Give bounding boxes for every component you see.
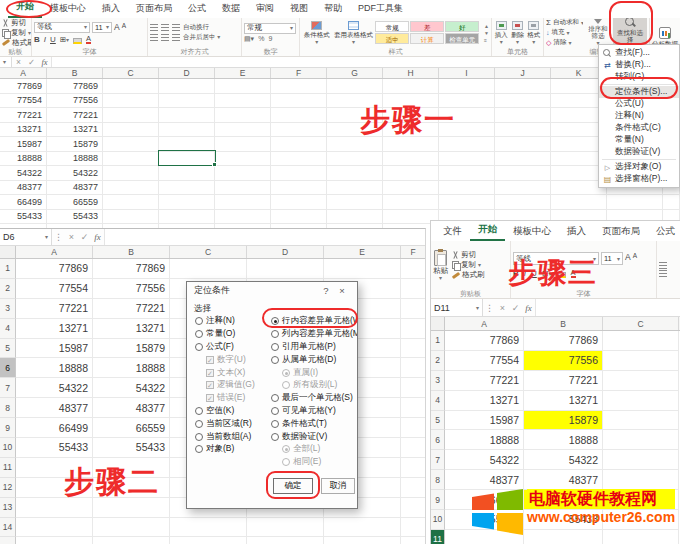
cell[interactable]: 77554	[0, 94, 47, 109]
option-注释(N)[interactable]: 注释(N)	[195, 315, 267, 328]
format-cells-button[interactable]: 格式▾	[527, 21, 540, 45]
menu-item-replace[interactable]: 替换(R)...	[599, 59, 679, 71]
row-header-5[interactable]: 5	[431, 411, 445, 431]
cell[interactable]	[401, 478, 426, 498]
name-box[interactable]: D6▾	[0, 229, 52, 245]
cell[interactable]	[495, 108, 551, 123]
name-box[interactable]: D11▾	[431, 299, 483, 316]
gallery-scrollbar[interactable]: ▲ ▼ ≡	[484, 23, 489, 43]
formula-input[interactable]	[51, 57, 680, 67]
cell[interactable]	[327, 152, 383, 167]
cell[interactable]: 77221	[16, 299, 93, 319]
cell[interactable]: 77221	[0, 108, 47, 123]
close-icon[interactable]: ×	[334, 285, 350, 296]
font-size-select[interactable]: 11▾	[92, 22, 112, 33]
tab-审阅[interactable]: 审阅	[248, 0, 282, 18]
option-错误(E)[interactable]: ✓错误(E)	[206, 392, 267, 405]
cell[interactable]	[215, 94, 271, 109]
cell[interactable]: 48377	[524, 470, 603, 490]
cell[interactable]	[215, 79, 271, 94]
tab-数据[interactable]: 数据	[214, 0, 248, 18]
cell[interactable]	[603, 470, 679, 490]
cell[interactable]	[327, 195, 383, 210]
tab-公式[interactable]: 公式	[180, 0, 214, 18]
row-header-5[interactable]: 5	[0, 339, 16, 359]
fill-color-button[interactable]	[73, 38, 82, 44]
cell[interactable]	[103, 210, 159, 225]
cell[interactable]	[247, 537, 324, 544]
option-数字(U)[interactable]: ✓数字(U)	[206, 353, 267, 366]
cell[interactable]	[495, 123, 551, 138]
row-header-11[interactable]: 11	[431, 530, 445, 544]
gallery-up-icon[interactable]: ▲	[484, 23, 489, 29]
cell[interactable]	[271, 94, 327, 109]
cell[interactable]: 77556	[93, 279, 170, 299]
cell[interactable]	[215, 210, 271, 225]
column-header-F[interactable]: F	[401, 246, 425, 258]
cell[interactable]	[271, 181, 327, 196]
cell[interactable]	[495, 79, 551, 94]
column-header-C[interactable]: C	[170, 246, 247, 258]
option-条件格式(T)[interactable]: 条件格式(T)	[271, 417, 357, 430]
option-相同(E)[interactable]: 相同(E)	[282, 456, 357, 469]
column-header-A[interactable]: A	[16, 246, 93, 258]
cell[interactable]	[271, 195, 327, 210]
row-header-9[interactable]: 9	[431, 490, 445, 510]
cell[interactable]	[327, 79, 383, 94]
row-header-2[interactable]: 2	[0, 279, 16, 299]
cell[interactable]	[603, 391, 679, 411]
row-header-8[interactable]: 8	[0, 398, 16, 418]
cell[interactable]	[603, 331, 679, 351]
row-header-11[interactable]: 11	[0, 458, 16, 478]
menu-item-select-objects[interactable]: 选择对象(O)	[599, 161, 679, 173]
row-header-6[interactable]: 6	[0, 358, 16, 378]
name-box-partial[interactable]: ▾	[0, 57, 12, 67]
cell[interactable]	[247, 259, 324, 279]
cell[interactable]	[159, 94, 215, 109]
cell[interactable]: 54322	[93, 378, 170, 398]
cell[interactable]	[603, 430, 679, 450]
formula-input[interactable]	[104, 229, 425, 245]
row-header-9[interactable]: 9	[0, 418, 16, 438]
cell[interactable]: 55433	[16, 438, 93, 458]
column-header-B[interactable]: B	[47, 68, 103, 78]
cell[interactable]	[324, 518, 401, 538]
select-all-corner[interactable]	[431, 317, 445, 330]
cell[interactable]	[215, 123, 271, 138]
row-header-10[interactable]: 10	[431, 510, 445, 530]
cell[interactable]	[103, 94, 159, 109]
cell[interactable]	[603, 371, 679, 391]
cell[interactable]	[663, 195, 680, 210]
tab-页面布局[interactable]: 页面布局	[128, 0, 180, 18]
cell[interactable]	[495, 195, 551, 210]
cell[interactable]	[93, 518, 170, 538]
tab-公式[interactable]: 公式	[648, 222, 680, 241]
cell[interactable]: 77221	[524, 371, 603, 391]
row-header-4[interactable]: 4	[431, 391, 445, 411]
option-文本(X)[interactable]: ✓文本(X)	[206, 366, 267, 379]
row-header-3[interactable]: 3	[0, 299, 16, 319]
cell[interactable]: 15879	[47, 137, 103, 152]
cell[interactable]	[607, 195, 663, 210]
cell[interactable]: 54322	[445, 450, 524, 470]
option-逻辑值(G)[interactable]: ✓逻辑值(G)	[206, 379, 267, 392]
cell[interactable]: 48377	[47, 181, 103, 196]
cell[interactable]	[401, 259, 426, 279]
option-对象(B)[interactable]: 对象(B)	[195, 443, 267, 456]
copy-button[interactable]: 复制▾	[452, 261, 481, 270]
cell[interactable]	[271, 79, 327, 94]
cell[interactable]	[401, 339, 426, 359]
cell[interactable]: 54322	[524, 450, 603, 470]
selected-cell-D6[interactable]	[158, 150, 216, 166]
menu-item-selection-pane[interactable]: 选择窗格(P)...	[599, 173, 679, 185]
cell[interactable]	[401, 279, 426, 299]
cell[interactable]	[603, 450, 679, 470]
cell[interactable]	[383, 152, 439, 167]
font-color-button[interactable]: A	[86, 35, 91, 44]
tab-开始[interactable]: 开始	[470, 220, 505, 241]
cell[interactable]	[159, 195, 215, 210]
cell[interactable]	[603, 411, 679, 431]
cell[interactable]	[170, 518, 247, 538]
tab-插入[interactable]: 插入	[94, 0, 128, 18]
cell[interactable]: 48377	[0, 181, 47, 196]
